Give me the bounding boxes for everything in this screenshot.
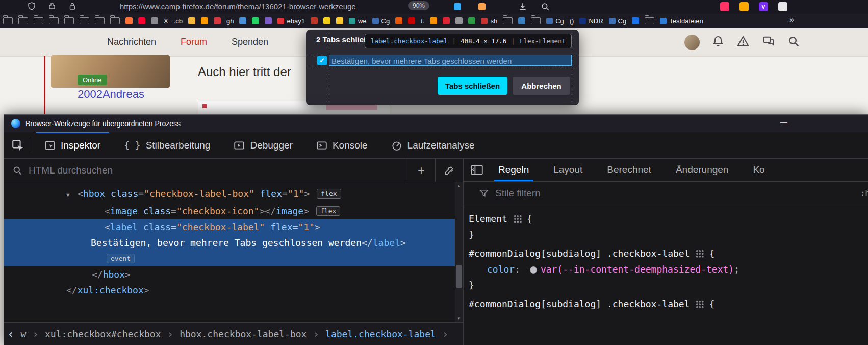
panel-splitter[interactable] <box>463 159 464 345</box>
tab-laufzeitanalyse[interactable]: Laufzeitanalyse <box>386 132 480 158</box>
tab-konsole[interactable]: Konsole <box>311 132 373 158</box>
breadcrumb-item[interactable]: xul:checkbox#checkbox <box>45 329 161 339</box>
bookmark-folder-icon[interactable] <box>80 17 89 24</box>
bookmark-item[interactable]: X <box>164 17 168 25</box>
scrollbar-thumb[interactable] <box>456 265 462 288</box>
bookmark-item[interactable]: gh <box>226 17 234 25</box>
bookmark-favicon[interactable] <box>395 17 402 24</box>
markup-node-line[interactable]: Bestätigen, bevor mehrere Tabs geschloss… <box>4 235 455 251</box>
devtools-titlebar[interactable]: Browser-Werkzeuge für übergeordneten Pro… <box>4 115 868 132</box>
css-rule-selector[interactable]: #commonDialog[subdialog] .checkbox-label… <box>469 245 868 261</box>
container-tab-icon[interactable] <box>454 3 461 10</box>
scroll-up-icon[interactable]: ▲ <box>455 182 463 190</box>
bookmark-folder-icon[interactable] <box>531 17 541 24</box>
css-rule-selector[interactable]: #commonDialog[subdialog] .checkbox-label… <box>469 296 868 312</box>
bookmark-favicon[interactable] <box>138 17 145 24</box>
markup-badge[interactable]: flex <box>316 206 340 216</box>
bookmark-folder-icon[interactable] <box>18 17 28 24</box>
bookmark-item[interactable]: () <box>570 17 574 25</box>
bookmark-favicon[interactable] <box>252 17 259 24</box>
element-picker-button[interactable] <box>11 139 24 152</box>
css-declaration[interactable]: color: var(--in-content-deemphasized-tex… <box>469 261 868 277</box>
markup-node-line[interactable]: </hbox> <box>4 266 455 282</box>
url-text[interactable]: https://www.camp-firefox.de/forum/thema/… <box>120 2 356 11</box>
bookmark-folder-icon[interactable] <box>110 17 120 24</box>
markup-badge[interactable]: flex <box>317 189 341 199</box>
warning-icon[interactable] <box>736 35 750 50</box>
tab-inspektor[interactable]: Inspektor <box>39 132 106 158</box>
bookmark-item[interactable]: t. <box>421 17 424 25</box>
bookmark-favicon[interactable] <box>323 17 330 24</box>
bookmark-favicon[interactable] <box>125 17 133 24</box>
markup-badge[interactable]: event <box>107 254 135 263</box>
bookmark-item[interactable]: Cg <box>372 17 390 25</box>
bookmark-favicon[interactable] <box>239 17 246 24</box>
search-icon[interactable] <box>541 2 550 13</box>
bookmark-favicon[interactable] <box>336 17 343 24</box>
avatar-image[interactable] <box>51 55 170 88</box>
sidebar-toggle-icon[interactable] <box>471 165 483 175</box>
bookmark-item[interactable]: Testdateien <box>660 17 703 25</box>
bookmarks-overflow-chevron-icon[interactable]: » <box>789 15 794 24</box>
bell-icon[interactable] <box>712 35 724 50</box>
tab-stilbearbeitung[interactable]: { } Stilbearbeitung <box>119 132 215 158</box>
bookmark-favicon[interactable] <box>214 17 221 24</box>
breadcrumb-scroll-left-icon[interactable]: ‹ <box>7 327 14 341</box>
scrollbar[interactable]: ▲ ▼ <box>455 182 463 323</box>
bookmark-item[interactable]: NDR <box>579 17 603 25</box>
nav-item-forum[interactable]: Forum <box>181 37 207 47</box>
tab-aenderungen[interactable]: Änderungen <box>674 159 731 181</box>
lock-icon[interactable] <box>68 2 76 12</box>
bookmark-favicon[interactable] <box>468 17 475 24</box>
extension-icon-pink[interactable] <box>720 2 729 11</box>
scroll-down-icon[interactable]: ▼ <box>455 314 463 323</box>
tab-layout[interactable]: Layout <box>551 159 584 181</box>
bookmark-favicon[interactable] <box>188 17 195 24</box>
bookmark-item[interactable]: sh <box>481 17 497 25</box>
download-icon[interactable] <box>518 2 527 13</box>
breadcrumb-item[interactable]: hbox.checkbox-label-box <box>180 329 307 339</box>
confirm-checkbox[interactable]: ✓ <box>317 56 327 65</box>
add-node-button[interactable]: + <box>407 159 435 182</box>
highlight-icon[interactable] <box>478 3 486 10</box>
breadcrumb-item[interactable]: w <box>20 329 26 339</box>
bookmark-favicon[interactable] <box>632 17 639 24</box>
bookmark-folder-icon[interactable] <box>95 17 105 24</box>
markup-node-line[interactable]: <label class="checkbox-label" flex="1"> <box>4 219 455 235</box>
nav-item-spenden[interactable]: Spenden <box>232 37 268 47</box>
css-rule-close[interactable]: } <box>469 227 868 242</box>
bookmark-folder-icon[interactable] <box>645 17 654 24</box>
bookmark-folder-icon[interactable] <box>49 17 59 24</box>
bookmark-folder-icon[interactable] <box>503 17 513 24</box>
bookmark-item[interactable]: we <box>349 17 367 25</box>
pseudo-class-toggle[interactable]: :h <box>860 188 868 198</box>
bookmark-folder-icon[interactable] <box>64 17 74 24</box>
markup-node-line[interactable]: event <box>4 251 455 266</box>
tab-regeln[interactable]: Regeln <box>496 159 531 181</box>
page-search-icon[interactable] <box>787 35 800 50</box>
bookmark-item[interactable]: Cg <box>546 17 564 25</box>
markup-node-line[interactable]: <image class="checkbox-icon"></image>fle… <box>4 203 455 219</box>
extension-icon-light[interactable] <box>778 2 787 11</box>
bookmark-favicon[interactable] <box>518 17 525 24</box>
extension-icon-video[interactable]: V <box>759 2 768 11</box>
tab-berechnet[interactable]: Berechnet <box>605 159 653 181</box>
style-filter-input[interactable]: Stile filtern <box>495 188 541 199</box>
bookmark-favicon[interactable] <box>455 17 463 24</box>
bookmark-favicon[interactable] <box>151 17 158 24</box>
css-rule-selector[interactable]: Element{ <box>469 211 868 227</box>
bookmark-favicon[interactable] <box>311 17 318 24</box>
bookmark-folder-icon[interactable] <box>3 17 13 24</box>
bookmark-item[interactable]: .cb <box>174 17 183 25</box>
bookmark-favicon[interactable] <box>201 17 208 24</box>
bookmark-item[interactable]: Cg <box>609 17 627 25</box>
eyedropper-icon[interactable] <box>435 159 463 182</box>
markup-search-input[interactable]: HTML durchsuchen <box>29 165 113 176</box>
expand-arrow-icon[interactable]: ▼ <box>66 187 78 203</box>
bookmark-favicon[interactable] <box>430 17 437 24</box>
markup-node-line[interactable]: </xul:checkbox> <box>4 282 455 298</box>
nav-item-nachrichten[interactable]: Nachrichten <box>107 37 156 47</box>
bookmark-folder-icon[interactable] <box>34 17 43 24</box>
tab-debugger[interactable]: Debugger <box>228 132 297 158</box>
markup-node-line[interactable]: ▼<hbox class="checkbox-label-box" flex="… <box>4 186 455 203</box>
